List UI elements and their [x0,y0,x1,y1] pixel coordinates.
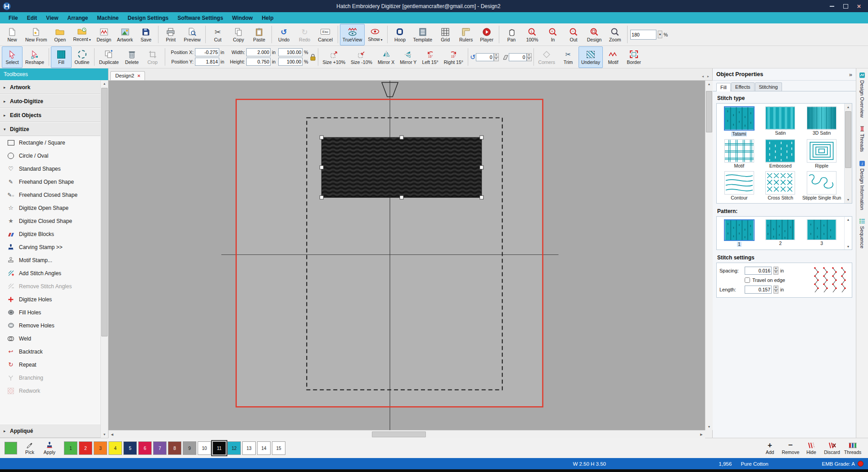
menu-machine[interactable]: Machine [93,14,123,23]
select-tool-button[interactable]: Select [2,46,23,68]
tab-close-icon[interactable]: × [137,73,140,78]
zoom-tool-button[interactable]: Zoom [605,24,625,45]
tool-digitize-open-shape[interactable]: ☆Digitize Open Shape [0,201,100,214]
duplicate-button[interactable]: Duplicate [96,46,122,68]
open-button[interactable]: Open [50,24,70,45]
stitch-type-satin[interactable]: Satin [761,106,800,136]
size-down-button[interactable]: Size -10% [348,46,375,68]
pan-button[interactable]: Pan [501,24,522,45]
stitch-type-embossed[interactable]: Embossed [761,139,800,168]
rotate-right-15-button[interactable]: 15° Right 15° [441,46,466,68]
tool-carving-stamp[interactable]: Carving Stamp >> [0,241,100,254]
rulers-button[interactable]: Rulers [456,24,476,45]
cut-button[interactable]: ✂ Cut [208,24,228,45]
border-button[interactable]: Border [624,46,644,68]
travel-on-edge-checkbox[interactable] [745,277,750,283]
menu-edit[interactable]: Edit [23,14,41,23]
scroll-down-arrow[interactable]: ▼ [705,423,713,430]
color-chip-2[interactable]: 2 [79,441,92,455]
pick-color-button[interactable]: Pick [21,439,39,457]
position-y-input[interactable] [195,58,219,66]
template-button[interactable]: Template [410,24,435,45]
embroidery-canvas[interactable] [108,81,705,430]
stitch-type-3d-satin[interactable]: 3D Satin [802,106,841,136]
canvas-vertical-scrollbar[interactable]: ▲ ▼ [705,81,713,430]
section-applique[interactable]: ▸Appliqué [0,424,100,438]
color-chip-1[interactable]: 1 [64,441,77,455]
scroll-down-arrow[interactable]: ▼ [847,245,850,248]
menu-software-settings[interactable]: Software Settings [173,14,227,23]
tool-fill-holes[interactable]: Fill Holes [0,306,100,319]
stitch-type-cross-stitch[interactable]: Cross Stitch [761,171,800,200]
scroll-up-arrow[interactable]: ▲ [101,80,108,87]
spacing-input[interactable] [745,267,772,275]
scroll-down-arrow[interactable]: ▼ [845,196,852,203]
width-input[interactable] [246,48,271,56]
delete-button[interactable]: Delete [122,46,142,68]
undo-button[interactable]: ↺ Undo [274,24,294,45]
color-chip-5[interactable]: 5 [123,441,137,455]
tool-backtrack[interactable]: ↩Backtrack [0,345,100,358]
pattern-2[interactable]: 2 [761,219,800,247]
maximize-button[interactable] [839,2,852,11]
spacing-spinner[interactable]: ▲▼ [773,267,778,275]
zoom-in-button[interactable]: + In [542,24,563,45]
corners-button[interactable]: Corners [536,46,558,68]
scroll-right-arrow[interactable]: ▶ [698,431,705,438]
tab-effects[interactable]: Effects [731,82,754,91]
grid-button[interactable]: Grid [435,24,456,45]
side-tab-threads[interactable]: Threads [859,126,865,152]
length-input[interactable] [745,286,772,294]
tool-standard-shapes[interactable]: ♡Standard Shapes [0,162,100,175]
aspect-lock-icon[interactable] [310,52,316,62]
trueview-button[interactable]: TrueView [340,24,365,45]
stitch-type-tatami[interactable]: Tatami [719,106,759,136]
toolbox-scrollbar[interactable]: ▲ ▼ [100,80,108,438]
tool-digitize-holes[interactable]: Digitize Holes [0,293,100,306]
scroll-left-arrow[interactable]: ◀ [108,431,116,438]
design-canvas[interactable]: ▲ ▼ ◀ ▶ [108,81,712,438]
stitch-type-ripple[interactable]: Ripple [802,139,841,168]
tool-weld[interactable]: Weld [0,332,100,345]
rotate-left-15-button[interactable]: 15° Left 15° [419,46,441,68]
section-edit-objects[interactable]: ▸Edit Objects [0,108,100,122]
pattern-3[interactable]: 3 [802,219,841,247]
stitch-type-stipple[interactable]: Stipple Single Run [802,171,841,200]
apply-color-button[interactable]: Apply [41,439,59,457]
close-button[interactable]: × [853,2,865,11]
new-from-button[interactable]: ★ New From [23,24,50,45]
print-button[interactable]: Print [160,24,181,45]
tab-scroll-right-icon[interactable]: ▸ [706,74,710,78]
show-button[interactable]: Show▾ [365,24,385,45]
color-chip-9[interactable]: 9 [183,441,196,455]
tool-digitize-closed-shape[interactable]: ★Digitize Closed Shape [0,214,100,227]
color-chip-6[interactable]: 6 [138,441,152,455]
scale-x-input[interactable] [278,48,303,56]
motif-button[interactable]: Motif [603,46,624,68]
menu-help[interactable]: Help [258,14,277,23]
color-chip-14[interactable]: 14 [257,441,271,455]
side-tab-sequence[interactable]: Sequence [859,218,865,249]
menu-design-settings[interactable]: Design Settings [124,14,173,23]
mirror-y-button[interactable]: Mirror Y [397,46,419,68]
cancel-button[interactable]: Esc Cancel [315,24,336,45]
threads-button[interactable]: Threads [844,439,862,457]
selected-stitch-object[interactable] [321,137,481,197]
tool-freehand-open-shape[interactable]: ✎Freehand Open Shape [0,175,100,188]
tool-remove-holes[interactable]: Remove Holes [0,319,100,332]
minimize-button[interactable] [826,2,838,11]
section-auto-digitize[interactable]: ▸Auto-Digitize [0,94,100,108]
canvas-horizontal-scrollbar[interactable]: ◀ ▶ [108,430,705,438]
trim-button[interactable]: ✂ Trim [558,46,579,68]
new-button[interactable]: New [2,24,23,45]
tool-motif-stamp[interactable]: Motif Stamp... [0,254,100,267]
scroll-down-arrow[interactable]: ▼ [101,431,108,438]
color-chip-12[interactable]: 12 [227,441,241,455]
hoop-button[interactable]: Hoop [389,24,410,45]
color-chip-13[interactable]: 13 [242,441,256,455]
tool-branching[interactable]: Branching [0,371,100,384]
artwork-button[interactable]: Artwork [114,24,136,45]
tool-rectangle-square[interactable]: Rectangle / Square [0,136,100,149]
discard-stitches-button[interactable]: Discard [823,439,841,457]
menu-view[interactable]: View [42,14,62,23]
